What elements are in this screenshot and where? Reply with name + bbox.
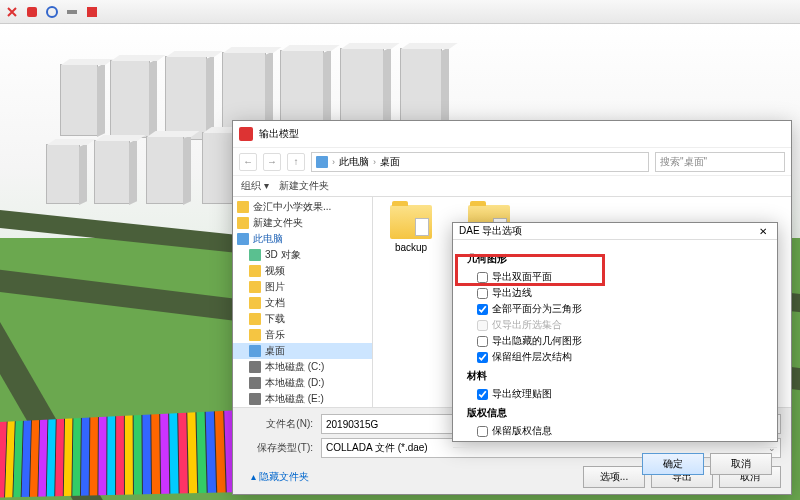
hide-folders-link[interactable]: ▴ 隐藏文件夹 [243, 466, 309, 484]
option-checkbox[interactable] [477, 336, 488, 347]
ok-button[interactable]: 确定 [642, 453, 704, 475]
option-label: 全部平面分为三角形 [492, 302, 582, 316]
tree-item-icon [249, 249, 261, 261]
tree-item[interactable]: 新建文件夹 [233, 215, 372, 231]
option-checkbox[interactable] [477, 389, 488, 400]
dae-options-dialog: DAE 导出选项 ✕ 几何图形导出双面平面导出边线全部平面分为三角形仅导出所选集… [452, 222, 778, 442]
tree-item-label: 音乐 [265, 328, 285, 342]
tool-paint-icon[interactable] [24, 4, 40, 20]
dialog-titlebar[interactable]: 输出模型 [233, 121, 791, 147]
option-checkbox[interactable] [477, 426, 488, 437]
tree-item-icon [249, 297, 261, 309]
tree-item-label: 本地磁盘 (C:) [265, 360, 324, 374]
building [165, 56, 207, 140]
tree-item[interactable]: 音乐 [233, 327, 372, 343]
tree-item-icon [249, 329, 261, 341]
tree-item[interactable]: 文档 [233, 295, 372, 311]
tree-item-label: 图片 [265, 280, 285, 294]
option-label: 导出隐藏的几何图形 [492, 334, 582, 348]
tree-item-label: 文档 [265, 296, 285, 310]
tree-item[interactable]: 图片 [233, 279, 372, 295]
nav-forward-button[interactable]: → [263, 153, 281, 171]
svg-rect-0 [27, 7, 37, 17]
option-checkbox[interactable] [477, 352, 488, 363]
building [46, 144, 80, 204]
dialog-title: 输出模型 [259, 127, 299, 141]
folder-icon [390, 205, 432, 239]
tool-logo-icon[interactable] [84, 4, 100, 20]
options-title: DAE 导出选项 [459, 224, 522, 238]
tree-item[interactable]: 此电脑 [233, 231, 372, 247]
nav-up-button[interactable]: ↑ [287, 153, 305, 171]
tool-dim-icon[interactable] [64, 4, 80, 20]
option-row[interactable]: 保留组件层次结构 [467, 349, 763, 365]
folder-tree[interactable]: 金汇中小学效果...新建文件夹此电脑3D 对象视频图片文档下载音乐桌面本地磁盘 … [233, 197, 373, 407]
sketchup-icon [239, 127, 253, 141]
option-row: 仅导出所选集合 [467, 317, 763, 333]
building [146, 136, 184, 204]
search-input[interactable]: 搜索"桌面" [655, 152, 785, 172]
folder-item[interactable]: backup [381, 205, 441, 253]
option-label: 保留版权信息 [492, 424, 552, 438]
filetype-label: 保存类型(T): [243, 441, 313, 455]
option-row[interactable]: 导出纹理贴图 [467, 386, 763, 402]
tree-item-icon [249, 281, 261, 293]
close-icon[interactable]: ✕ [755, 223, 771, 239]
option-row[interactable]: 全部平面分为三角形 [467, 301, 763, 317]
pc-icon [316, 156, 328, 168]
tree-item-icon [249, 377, 261, 389]
tree-item[interactable]: 本地磁盘 (D:) [233, 375, 372, 391]
tree-item[interactable]: 金汇中小学效果... [233, 199, 372, 215]
tree-item[interactable]: 下载 [233, 311, 372, 327]
option-label: 保留组件层次结构 [492, 350, 572, 364]
filename-label: 文件名(N): [243, 417, 313, 431]
option-checkbox[interactable] [477, 288, 488, 299]
tree-item-icon [249, 265, 261, 277]
options-section-header: 版权信息 [467, 406, 763, 420]
breadcrumb-seg[interactable]: 此电脑 [339, 155, 369, 169]
building [60, 64, 98, 136]
option-label: 导出边线 [492, 286, 532, 300]
path-box[interactable]: › 此电脑 › 桌面 [311, 152, 649, 172]
tree-item-icon [249, 361, 261, 373]
tree-item-label: 此电脑 [253, 232, 283, 246]
tree-item[interactable]: 3D 对象 [233, 247, 372, 263]
tree-item[interactable]: 桌面 [233, 343, 372, 359]
options-cancel-button[interactable]: 取消 [710, 453, 772, 475]
option-checkbox[interactable] [477, 272, 488, 283]
tree-item-label: 3D 对象 [265, 248, 301, 262]
tree-item[interactable]: 本地磁盘 (C:) [233, 359, 372, 375]
option-row[interactable]: 导出隐藏的几何图形 [467, 333, 763, 349]
tool-scissors-icon[interactable] [4, 4, 20, 20]
option-row[interactable]: 导出双面平面 [467, 269, 763, 285]
tree-item-label: 新建文件夹 [253, 216, 303, 230]
tree-item-icon [237, 233, 249, 245]
organize-menu[interactable]: 组织 ▾ [241, 179, 269, 193]
tree-item[interactable]: 本地磁盘 (E:) [233, 391, 372, 407]
building [94, 140, 130, 204]
tool-rotate-icon[interactable] [44, 4, 60, 20]
tree-item-icon [249, 345, 261, 357]
breadcrumb-seg[interactable]: 桌面 [380, 155, 400, 169]
tree-item-icon [249, 393, 261, 405]
tree-item-label: 金汇中小学效果... [253, 200, 331, 214]
tree-item-label: 本地磁盘 (E:) [265, 392, 324, 406]
dialog-toolbar: 组织 ▾ 新建文件夹 [233, 175, 791, 197]
option-label: 仅导出所选集合 [492, 318, 562, 332]
folder-label: backup [395, 242, 427, 253]
building [110, 60, 150, 138]
option-label: 导出双面平面 [492, 270, 552, 284]
new-folder-button[interactable]: 新建文件夹 [279, 179, 329, 193]
option-checkbox [477, 320, 488, 331]
option-label: 导出纹理贴图 [492, 387, 552, 401]
svg-rect-2 [67, 10, 77, 14]
tree-item[interactable]: 视频 [233, 263, 372, 279]
nav-back-button[interactable]: ← [239, 153, 257, 171]
tree-item-label: 本地磁盘 (D:) [265, 376, 324, 390]
tree-item-label: 下载 [265, 312, 285, 326]
option-checkbox[interactable] [477, 304, 488, 315]
options-section-header: 材料 [467, 369, 763, 383]
tree-item-icon [237, 201, 249, 213]
option-row[interactable]: 保留版权信息 [467, 423, 763, 439]
option-row[interactable]: 导出边线 [467, 285, 763, 301]
